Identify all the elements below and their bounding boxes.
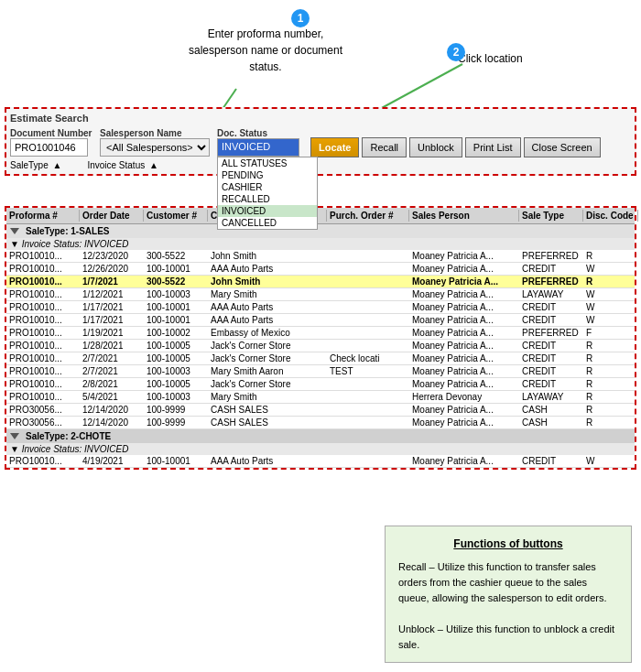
saletype-sort-icon: ▲: [52, 160, 61, 170]
recall-button[interactable]: Recall: [362, 137, 407, 157]
group2-label: SaleType: 2-CHOTE: [26, 431, 111, 441]
bubble-2: 2: [447, 43, 465, 61]
dropdown-item-all[interactable]: ALL STATUSES: [218, 157, 317, 169]
close-screen-button[interactable]: Close Screen: [524, 137, 601, 157]
group1-invoice-header: ▼ Invoice Status: INVOICED: [6, 238, 635, 250]
info-box: Functions of buttons Recall – Utilize th…: [385, 526, 632, 663]
table-row[interactable]: PRO10010... 4/19/2021 100-10001 AAA Auto…: [6, 455, 635, 468]
table-row[interactable]: PRO30056... 12/14/2020 100-9999 CASH SAL…: [6, 404, 635, 417]
table-row[interactable]: PRO10010... 5/4/2021 100-10003 Mary Smit…: [6, 391, 635, 404]
bubble-1: 1: [291, 9, 310, 27]
doc-status-label: Doc. Status: [217, 128, 299, 138]
group1-invoice-icon: ▼: [10, 239, 19, 249]
group2-invoice-header: ▼ Invoice Status: INVOICED: [6, 443, 635, 455]
table-row[interactable]: PRO10010... 1/28/2021 100-10005 Jack's C…: [6, 340, 635, 352]
table-row[interactable]: PRO30056... 12/14/2020 100-9999 CASH SAL…: [6, 417, 635, 429]
col-purch: Purch. Order #: [327, 210, 409, 222]
results-table: Proforma # Order Date Customer # Custome…: [5, 206, 636, 470]
search-fields-row: Document Number Salesperson Name <All Sa…: [10, 126, 631, 157]
table-row[interactable]: PRO10010... 12/26/2020 100-10001 AAA Aut…: [6, 263, 635, 276]
table-row[interactable]: PRO10010... 2/7/2021 100-10005 Jack's Co…: [6, 352, 635, 365]
group2-invoice-icon: ▼: [10, 444, 19, 454]
invoice-status-sort-icon: ▲: [149, 160, 158, 170]
group1-header[interactable]: SaleType: 1-SALES: [6, 224, 635, 238]
table-row[interactable]: PRO10010... 1/17/2021 100-10001 AAA Auto…: [6, 301, 635, 314]
saletype-label: SaleType ▲: [10, 160, 61, 170]
info-box-recall: Recall – Utilize this function to transf…: [398, 559, 618, 606]
dropdown-item-pending[interactable]: PENDING: [218, 169, 317, 181]
dropdown-item-cashier[interactable]: CASHIER: [218, 181, 317, 193]
unblock-button[interactable]: Unblock: [409, 137, 462, 157]
document-number-input[interactable]: [10, 138, 88, 157]
table-row[interactable]: PRO10010... 2/7/2021 100-10003 Mary Smit…: [6, 365, 635, 378]
table-row[interactable]: PRO10010... 2/8/2021 100-10005 Jack's Co…: [6, 378, 635, 391]
group2-expand-icon: [10, 433, 19, 439]
print-list-button[interactable]: Print List: [465, 137, 521, 157]
dropdown-item-recalled[interactable]: RECALLED: [218, 193, 317, 205]
status-dropdown-list: ALL STATUSES PENDING CASHIER RECALLED IN…: [217, 157, 318, 230]
info-box-unblock: Unblock – Utilize this function to unblo…: [398, 622, 618, 653]
col-proforma: Proforma #: [6, 210, 80, 222]
table-row[interactable]: PRO10010... 1/12/2021 100-10003 Mary Smi…: [6, 288, 635, 301]
action-buttons: Locate Recall Unblock Print List Close S…: [310, 137, 601, 157]
col-order-date: Order Date: [80, 210, 144, 222]
doc-status-group: Doc. Status INVOICED ALL STATUSES PENDIN…: [217, 128, 299, 157]
table-header-row: Proforma # Order Date Customer # Custome…: [6, 208, 635, 224]
search-row2: SaleType ▲ Invoice Status ▲: [10, 160, 631, 170]
col-customer: Customer #: [144, 210, 208, 222]
col-sales: Sales Person: [409, 210, 519, 222]
table-row[interactable]: PRO10010... 1/7/2021 300-5522 John Smith…: [6, 276, 635, 288]
group2-header[interactable]: SaleType: 2-CHOTE: [6, 429, 635, 443]
dropdown-item-cancelled[interactable]: CANCELLED: [218, 217, 317, 229]
annotation-box-1: Enter proforma number, salesperson name …: [179, 26, 353, 75]
salesperson-name-select[interactable]: <All Salespersons>: [100, 138, 210, 157]
table-row[interactable]: PRO10010... 1/19/2021 100-10002 Embassy …: [6, 327, 635, 340]
estimate-search-panel: Estimate Search Document Number Salesper…: [5, 107, 636, 176]
dropdown-item-invoiced[interactable]: INVOICED: [218, 205, 317, 217]
group1-expand-icon: [10, 228, 19, 234]
salesperson-name-label: Salesperson Name: [100, 128, 210, 138]
group1-label: SaleType: 1-SALES: [26, 226, 110, 236]
annotation-box-2: Click location: [458, 50, 523, 67]
table-row[interactable]: PRO10010... 1/17/2021 100-10001 AAA Auto…: [6, 314, 635, 327]
info-box-title: Functions of buttons: [398, 536, 618, 552]
salesperson-name-group: Salesperson Name <All Salespersons>: [100, 128, 210, 157]
locate-button[interactable]: Locate: [310, 137, 359, 157]
invoice-status-label: Invoice Status ▲: [87, 160, 158, 170]
col-sale-type: Sale Type: [519, 210, 583, 222]
status-dropdown-area: INVOICED ALL STATUSES PENDING CASHIER RE…: [217, 138, 299, 157]
table-row[interactable]: PRO10010... 12/23/2020 300-5522 John Smi…: [6, 250, 635, 263]
col-disc: Disc. Code: [583, 210, 638, 222]
document-number-label: Document Number: [10, 128, 92, 138]
panel-title: Estimate Search: [10, 113, 631, 124]
status-input[interactable]: INVOICED: [217, 138, 299, 157]
document-number-group: Document Number: [10, 128, 92, 157]
